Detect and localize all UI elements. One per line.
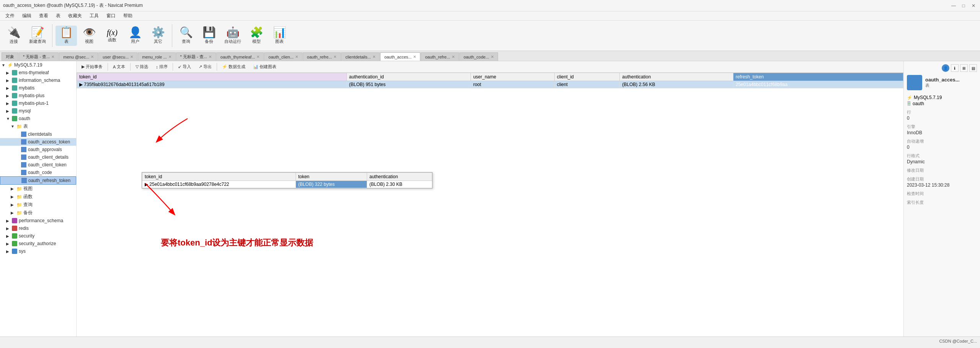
toolbar-connect[interactable]: 🔌 连接 bbox=[3, 26, 24, 46]
function-label: 函数 bbox=[108, 37, 116, 43]
sidebar-item-funcs-folder[interactable]: ▶ 📁 函数 bbox=[0, 193, 76, 201]
toolbar-query[interactable]: 🔍 查询 bbox=[175, 26, 197, 46]
toolbar-backup[interactable]: 💾 备份 bbox=[198, 26, 220, 46]
table-row[interactable]: ▶ 735f9ab9312676dab4013145a617b189 (BLOB… bbox=[77, 81, 903, 88]
popup-cell-token[interactable]: (BLOB) 322 bytes bbox=[296, 181, 367, 188]
menu-favorites[interactable]: 收藏夹 bbox=[64, 12, 86, 20]
sidebar-item-backups-folder[interactable]: ▶ 📁 备份 bbox=[0, 209, 76, 217]
tree-arrow-funcs: ▶ bbox=[11, 195, 16, 199]
menu-help[interactable]: 帮助 bbox=[119, 12, 136, 20]
popup-table-row[interactable]: ▶ 25e01a4bbc011cf68b9aa90278e4c722 (BLOB… bbox=[142, 181, 432, 188]
rpanel-icon-1[interactable]: ℹ bbox=[951, 64, 959, 72]
sidebar-item-oauth-client-token[interactable]: oauth_client_token bbox=[0, 161, 76, 169]
col-header-refresh-token[interactable]: refresh_token bbox=[733, 73, 903, 81]
sidebar-item-oauth-code[interactable]: oauth_code bbox=[0, 169, 76, 176]
col-header-token-id[interactable]: token_id bbox=[77, 73, 347, 81]
cell-user-name[interactable]: root bbox=[471, 81, 555, 88]
sidebar-item-sys[interactable]: ▶ sys bbox=[0, 247, 76, 255]
table-icon-oauth-approvals bbox=[21, 146, 27, 153]
sidebar-item-performance-schema[interactable]: ▶ performance_schema bbox=[0, 217, 76, 224]
cell-client-id[interactable]: client bbox=[554, 81, 620, 88]
sidebar-item-views-folder[interactable]: ▶ 📁 视图 bbox=[0, 185, 76, 193]
tab-oauth-access[interactable]: oauth_acces... ✕ bbox=[380, 52, 421, 61]
data-table: token_id authentication_id user_name cli… bbox=[77, 73, 903, 337]
minimize-button[interactable]: — bbox=[950, 2, 957, 9]
col-header-auth-id[interactable]: authentication_id bbox=[346, 73, 470, 81]
menu-window[interactable]: 窗口 bbox=[103, 12, 119, 20]
tab-untitled2[interactable]: * 无标题 - 查... ✕ bbox=[176, 52, 216, 61]
sidebar-item-oauth-refresh-token[interactable]: oauth_refresh_token bbox=[0, 176, 76, 185]
sidebar-item-oauth-approvals[interactable]: oauth_approvals bbox=[0, 146, 76, 153]
col-header-client-id[interactable]: client_id bbox=[554, 73, 620, 81]
maximize-button[interactable]: □ bbox=[960, 2, 967, 9]
col-header-authentication[interactable]: authentication bbox=[620, 73, 733, 81]
popup-col-token[interactable]: token bbox=[296, 173, 367, 181]
col-header-user-name[interactable]: user_name bbox=[471, 73, 555, 81]
menu-tools[interactable]: 工具 bbox=[86, 12, 103, 20]
generate-button[interactable]: ⚡ 数据生成 bbox=[219, 62, 249, 72]
tab-user-sec[interactable]: user @secu... ✕ bbox=[98, 52, 137, 61]
cell-auth-id[interactable]: (BLOB) 951 bytes bbox=[346, 81, 470, 88]
sort-button[interactable]: ↕ 排序 bbox=[152, 62, 171, 72]
tab-oauth-client[interactable]: oauth_clien... ✕ bbox=[264, 52, 302, 61]
tab-clientdetails[interactable]: clientdetails... ✕ bbox=[341, 52, 380, 61]
cell-token-id[interactable]: ▶ 735f9ab9312676dab4013145a617b189 bbox=[77, 81, 347, 88]
sidebar-item-ems-thymeleaf[interactable]: ▶ ems-thymeleaf bbox=[0, 69, 76, 76]
popup-col-token-id[interactable]: token_id bbox=[142, 173, 296, 181]
sidebar-item-mysql[interactable]: ▼ ⚡ MySQL5.7.19 bbox=[0, 61, 76, 69]
toolbar-table[interactable]: 📋 表 bbox=[56, 26, 77, 46]
start-transaction-button[interactable]: ▶ 开始事务 bbox=[78, 62, 106, 72]
sidebar-item-oauth-access-token[interactable]: oauth_access_token bbox=[0, 138, 76, 146]
new-query-icon: 📝 bbox=[31, 27, 44, 38]
sidebar-item-mybatis-plus[interactable]: ▶ mybatis-plus bbox=[0, 92, 76, 99]
sidebar-item-redis[interactable]: ▶ redis bbox=[0, 224, 76, 232]
sidebar-item-security[interactable]: ▶ security bbox=[0, 232, 76, 240]
text-button[interactable]: A 文本 bbox=[109, 62, 129, 72]
sidebar-item-oauth-client-details[interactable]: oauth_client_details bbox=[0, 153, 76, 161]
tab-oauth-thymeleaf[interactable]: oauth_thymeleaf... ✕ bbox=[216, 52, 264, 61]
toolbar-other[interactable]: ⚙️ 其它 bbox=[147, 26, 169, 46]
cell-refresh-token[interactable]: 25e01a4bbc011cf68b9aa bbox=[733, 81, 903, 88]
filter-button[interactable]: ▽ 筛选 bbox=[132, 62, 152, 72]
menu-file[interactable]: 文件 bbox=[2, 12, 18, 20]
toolbar-function[interactable]: f(x) 函数 bbox=[101, 27, 123, 44]
text-label: 文本 bbox=[117, 64, 125, 70]
menu-table[interactable]: 表 bbox=[52, 12, 64, 20]
tab-oauth-refresh[interactable]: oauth_refre... ✕ bbox=[303, 52, 341, 61]
cell-authentication[interactable]: (BLOB) 2.56 KB bbox=[620, 81, 733, 88]
toolbar-view[interactable]: 👁️ 视图 bbox=[78, 26, 100, 46]
popup-col-authentication[interactable]: authentication bbox=[367, 173, 432, 181]
export-button[interactable]: ↗ 导出 bbox=[195, 62, 215, 72]
sidebar-item-mybatis-plus-1[interactable]: ▶ mybatis-plus-1 bbox=[0, 99, 76, 107]
import-button[interactable]: ↙ 导入 bbox=[175, 62, 194, 72]
toolbar-new-query[interactable]: 📝 新建查询 bbox=[26, 26, 49, 46]
create-chart-button[interactable]: 📊 创建图表 bbox=[250, 62, 280, 72]
tab-oauth-refresh2[interactable]: oauth_refre... ✕ bbox=[421, 52, 459, 61]
sidebar-item-queries-folder[interactable]: ▶ 📁 查询 bbox=[0, 201, 76, 209]
sidebar-item-oauth[interactable]: ▼ oauth bbox=[0, 115, 76, 122]
tab-oauth-code[interactable]: oauth_code... ✕ bbox=[459, 52, 498, 61]
menu-view[interactable]: 查看 bbox=[35, 12, 52, 20]
rpanel-avatar bbox=[907, 75, 922, 90]
toolbar-user[interactable]: 👤 用户 bbox=[124, 26, 146, 46]
tab-target[interactable]: 对象 bbox=[2, 52, 18, 61]
sidebar-item-mysql-db[interactable]: ▶ mysql bbox=[0, 107, 76, 115]
sidebar-item-mybatis[interactable]: ▶ mybatis bbox=[0, 84, 76, 92]
rpanel-autoinc-val: 0 bbox=[907, 145, 977, 150]
tab-menu-role[interactable]: menu_role ... ✕ bbox=[138, 52, 175, 61]
rpanel-icon-2[interactable]: ⊞ bbox=[960, 64, 968, 72]
sidebar-item-security-authorize[interactable]: ▶ security_authorize bbox=[0, 240, 76, 247]
tab-untitled1[interactable]: * 无标题 - 查... ✕ bbox=[19, 52, 59, 61]
menu-edit[interactable]: 编辑 bbox=[18, 12, 35, 20]
popup-cell-authentication[interactable]: (BLOB) 2.30 KB bbox=[367, 181, 432, 188]
rpanel-icon-3[interactable]: ▤ bbox=[969, 64, 977, 72]
toolbar-model[interactable]: 🧩 模型 bbox=[246, 26, 267, 46]
popup-cell-token-id[interactable]: ▶ 25e01a4bbc011cf68b9aa90278e4c722 bbox=[142, 181, 296, 188]
sidebar-item-information-schema[interactable]: ▶ information_schema bbox=[0, 76, 76, 84]
close-button[interactable]: ✕ bbox=[970, 2, 977, 9]
sidebar-item-clientdetails[interactable]: clientdetails bbox=[0, 130, 76, 138]
tab-menu-sec[interactable]: menu @sec... ✕ bbox=[59, 52, 98, 61]
toolbar-autorun[interactable]: 🤖 自动运行 bbox=[221, 26, 244, 46]
toolbar-chart[interactable]: 📊 图表 bbox=[269, 26, 290, 46]
sidebar-item-tables-folder[interactable]: ▼ 📁 表 bbox=[0, 122, 76, 130]
